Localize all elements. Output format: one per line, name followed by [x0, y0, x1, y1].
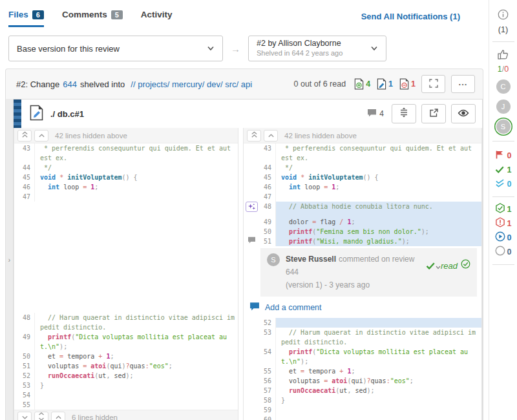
- send-all-notifications-link[interactable]: Send All Notifications (1): [361, 12, 460, 27]
- show-all-above-button[interactable]: [17, 130, 32, 142]
- review-page: Files 6 Comments 5 Activity Send All Not…: [0, 0, 517, 420]
- circle-icon: [495, 246, 505, 258]
- read-check-icon: [461, 259, 470, 273]
- line-number[interactable]: 54: [18, 390, 35, 400]
- change-title-middle: shelved into: [80, 79, 125, 89]
- line-comment-icon[interactable]: [248, 236, 256, 246]
- reviewer-avatar[interactable]: S: [496, 120, 511, 134]
- play-circle-icon: [495, 231, 505, 244]
- target-version-select[interactable]: #2 by Allison Clayborne Shelved in 644 2…: [248, 36, 386, 61]
- thumb-up-icon[interactable]: [497, 49, 509, 63]
- double-check-counter[interactable]: 0: [489, 177, 517, 191]
- base-version-select[interactable]: Base version for this review: [8, 36, 223, 61]
- alignment-spacer: [14, 202, 238, 313]
- arrow-right-icon: →: [231, 43, 240, 54]
- line-number[interactable]: 43: [259, 143, 276, 163]
- line-number[interactable]: 55: [18, 400, 35, 410]
- tab-comments[interactable]: Comments 5: [62, 10, 123, 27]
- base-version-label: Base version for this review: [17, 44, 120, 54]
- diff-pane-left: 42 lines hidden above 43 * perferendis c…: [14, 128, 238, 420]
- line-number[interactable]: 49: [18, 332, 35, 352]
- code-line: 47: [14, 192, 238, 202]
- test-counters: 1100: [489, 202, 517, 259]
- inline-diff-toggle-button[interactable]: [392, 104, 416, 123]
- mark-file-read-button[interactable]: [451, 104, 476, 123]
- eye-icon: [458, 108, 469, 120]
- line-number[interactable]: 43: [18, 143, 35, 163]
- line-number[interactable]: 57: [259, 386, 276, 395]
- hex-check-counter[interactable]: 1: [489, 202, 517, 216]
- line-number[interactable]: 52: [18, 371, 35, 381]
- line-number[interactable]: 48: [18, 313, 35, 332]
- show-all-above-button[interactable]: [247, 130, 261, 142]
- external-link-icon: [429, 108, 439, 120]
- line-number[interactable]: 51: [18, 361, 35, 371]
- line-number[interactable]: 44: [18, 163, 35, 173]
- line-number[interactable]: 55: [259, 366, 276, 376]
- change-number-link[interactable]: 644: [63, 79, 77, 89]
- line-number[interactable]: 52: [259, 318, 276, 328]
- code-line: 45void * initVoluptatem() {: [14, 173, 238, 182]
- circle-counter[interactable]: 0: [489, 245, 517, 259]
- line-number[interactable]: 50: [18, 352, 35, 361]
- change-title-prefix: #2: Change: [16, 79, 59, 89]
- chevron-up-icon: [38, 132, 45, 140]
- hex-alert-icon: [495, 217, 505, 230]
- line-number[interactable]: 49: [259, 217, 276, 227]
- tab-files[interactable]: Files 6: [8, 10, 44, 27]
- reviewer-avatar[interactable]: J: [496, 100, 511, 114]
- show-more-above-button[interactable]: [264, 130, 278, 142]
- line-number[interactable]: 46: [259, 182, 276, 192]
- hex-alert-counter[interactable]: 1: [489, 216, 517, 231]
- chevron-up-icon: [268, 132, 275, 140]
- line-number[interactable]: 53: [18, 381, 35, 390]
- more-actions-button[interactable]: ...: [451, 75, 475, 93]
- comment-bubble-icon: [249, 302, 260, 313]
- show-all-below-button[interactable]: [51, 412, 65, 420]
- file-diff-card: ./ db.c#1 4: [13, 99, 483, 420]
- files-sidebar-toggle[interactable]: ›: [6, 99, 13, 420]
- line-number[interactable]: 50: [259, 227, 276, 236]
- check-counter[interactable]: 1: [489, 163, 517, 177]
- line-number[interactable]: 60: [259, 415, 276, 420]
- code-line: 45void * initVoluptatem() {: [244, 173, 481, 182]
- depot-path-link[interactable]: // projects/ mercury/ dev/ src/ api: [131, 79, 252, 89]
- hex-check-icon: [495, 203, 505, 216]
- play-circle-counter[interactable]: 0: [489, 231, 517, 245]
- line-number[interactable]: 47: [18, 192, 35, 202]
- line-number[interactable]: 45: [259, 173, 276, 182]
- vote-tally: 1/0: [498, 65, 509, 74]
- reviewer-avatars: CJS: [496, 74, 511, 134]
- expand-all-button[interactable]: [34, 412, 48, 420]
- show-more-above-button[interactable]: [34, 130, 48, 142]
- line-number[interactable]: 47: [259, 192, 276, 202]
- line-number[interactable]: 59: [259, 405, 276, 415]
- target-version-subtitle: Shelved in 644 2 years ago: [257, 49, 343, 58]
- ai-suggestion-icon[interactable]: [246, 202, 258, 212]
- open-file-button[interactable]: [421, 104, 446, 123]
- line-number[interactable]: 51: [259, 236, 276, 246]
- line-number[interactable]: 56: [259, 376, 276, 386]
- mark-read-toggle[interactable]: [426, 262, 441, 269]
- line-number[interactable]: 58: [259, 395, 276, 405]
- line-number[interactable]: 45: [18, 173, 35, 182]
- divider: [492, 141, 514, 142]
- fullscreen-button[interactable]: [421, 75, 445, 93]
- info-icon[interactable]: [498, 9, 509, 23]
- tab-activity[interactable]: Activity: [141, 10, 173, 27]
- chevron-up-icon: [55, 414, 62, 420]
- line-number[interactable]: 48: [259, 202, 276, 212]
- line-number[interactable]: 54: [259, 347, 276, 366]
- change-header: #2: Change 644 shelved into // projects/…: [6, 69, 483, 99]
- line-number[interactable]: 44: [259, 163, 276, 173]
- chevron-right-icon: ›: [8, 257, 10, 264]
- check-icon: [495, 164, 504, 176]
- flag-counter[interactable]: 0: [489, 149, 517, 163]
- reviewer-avatar[interactable]: C: [496, 79, 511, 94]
- line-number[interactable]: [259, 212, 276, 217]
- files-count-badge: 6: [32, 10, 44, 19]
- line-number[interactable]: 46: [18, 182, 35, 192]
- show-more-below-button[interactable]: [17, 412, 32, 420]
- line-number[interactable]: 53: [259, 328, 276, 347]
- add-comment-link[interactable]: Add a comment: [244, 297, 481, 318]
